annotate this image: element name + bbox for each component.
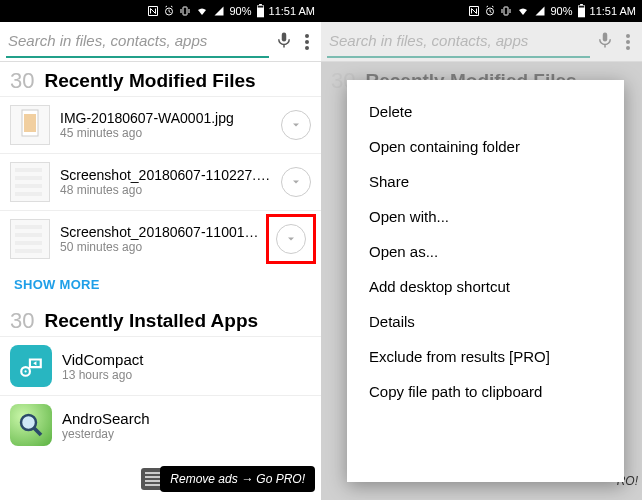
menu-open-with[interactable]: Open with... [347,199,624,234]
svg-point-8 [25,370,27,372]
section-title: Recently Modified Files [44,70,255,92]
svg-rect-4 [257,6,263,7]
app-row[interactable]: VidCompact 13 hours ago [0,336,321,395]
app-row[interactable]: AndroSearch yesterday [0,395,321,454]
menu-share[interactable]: Share [347,164,624,199]
search-bar [0,22,321,62]
menu-open-folder[interactable]: Open containing folder [347,129,624,164]
file-thumbnail-icon [10,105,50,145]
menu-copy-path[interactable]: Copy file path to clipboard [347,374,624,409]
file-row[interactable]: Screenshot_20180607-110015.png 50 minute… [0,210,321,267]
nfc-icon [468,5,480,17]
phone-left: 90% 11:51 AM 30 Recently Modified Files … [0,0,321,500]
file-thumbnail-icon [10,219,50,259]
overflow-menu-icon[interactable] [299,30,315,54]
svg-rect-13 [580,4,583,5]
file-name: IMG-20180607-WA0001.jpg [60,110,271,126]
section-header-files: 30 Recently Modified Files [0,62,321,96]
phone-right: 90% 11:51 AM 30 Recently Modified Files … [321,0,642,500]
expand-button[interactable] [281,110,311,140]
svg-rect-3 [259,4,262,5]
section-title: Recently Installed Apps [44,310,258,332]
nfc-icon [147,5,159,17]
app-name: AndroSearch [62,410,311,427]
file-age: 48 minutes ago [60,183,271,197]
app-icon [10,404,52,446]
file-name: Screenshot_20180607-110015.png [60,224,261,240]
wifi-icon [195,5,209,17]
search-input[interactable] [6,26,269,58]
overflow-menu-icon[interactable] [620,30,636,54]
section-header-apps: 30 Recently Installed Apps [0,302,321,336]
alarm-icon [163,5,175,17]
ad-text: Remove ads → Go PRO! [170,472,305,486]
show-more-button[interactable]: SHOW MORE [0,267,321,302]
vibrate-icon [500,5,512,17]
app-age: 13 hours ago [62,368,311,382]
remove-ads-banner[interactable]: Remove ads → Go PRO! [160,466,315,492]
file-age: 45 minutes ago [60,126,271,140]
battery-text: 90% [229,5,251,17]
clock-text: 11:51 AM [590,5,636,17]
status-bar: 90% 11:51 AM [0,0,321,22]
battery-text: 90% [550,5,572,17]
voice-icon[interactable] [275,29,293,55]
context-menu: Delete Open containing folder Share Open… [347,80,624,482]
file-row[interactable]: IMG-20180607-WA0001.jpg 45 minutes ago [0,96,321,153]
clock-text: 11:51 AM [269,5,315,17]
svg-rect-1 [183,7,187,15]
section-count: 30 [10,308,34,334]
file-name: Screenshot_20180607-110227.png [60,167,271,183]
menu-details[interactable]: Details [347,304,624,339]
app-icon [10,345,52,387]
battery-icon [577,4,586,18]
status-bar: 90% 11:51 AM [321,0,642,22]
vibrate-icon [179,5,191,17]
voice-icon[interactable] [596,29,614,55]
highlight-annotation [271,219,311,259]
file-row[interactable]: Screenshot_20180607-110227.png 48 minute… [0,153,321,210]
wifi-icon [516,5,530,17]
menu-open-as[interactable]: Open as... [347,234,624,269]
menu-delete[interactable]: Delete [347,94,624,129]
section-count: 30 [10,68,34,94]
expand-button[interactable] [276,224,306,254]
svg-rect-11 [504,7,508,15]
menu-exclude-pro[interactable]: Exclude from results [PRO] [347,339,624,374]
alarm-icon [484,5,496,17]
app-name: VidCompact [62,351,311,368]
search-input[interactable] [327,26,590,58]
app-age: yesterday [62,427,311,441]
file-age: 50 minutes ago [60,240,261,254]
svg-rect-14 [578,6,584,7]
cell-icon [534,5,546,17]
expand-button[interactable] [281,167,311,197]
cell-icon [213,5,225,17]
battery-icon [256,4,265,18]
search-bar [321,22,642,62]
file-thumbnail-icon [10,162,50,202]
menu-add-shortcut[interactable]: Add desktop shortcut [347,269,624,304]
svg-rect-6 [24,114,36,132]
